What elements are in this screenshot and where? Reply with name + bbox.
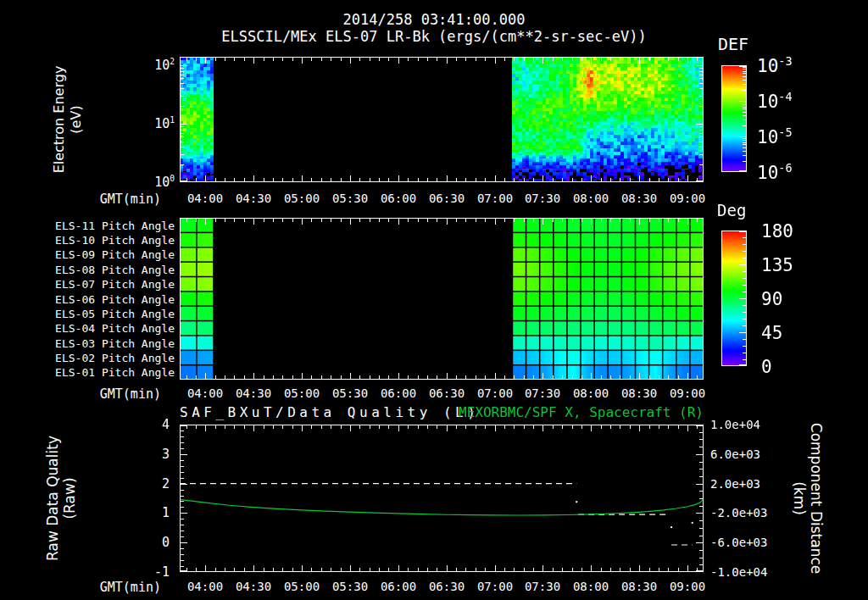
component-distance-tick-label: -2.0e+03 bbox=[710, 506, 770, 519]
deg-colorbar-tick-label: 180 bbox=[761, 221, 793, 242]
time-tick-label: 04:30 bbox=[226, 580, 281, 593]
sscweb-plot-page: 2014/258 03:41:00.000 ELSSCIL/MEx ELS-07… bbox=[0, 0, 868, 600]
def-colorbar-tick-label: 10-4 bbox=[757, 91, 792, 112]
component-distance-tick-label: -6.0e+03 bbox=[710, 536, 770, 549]
energy-axis-label-line2: (eV) bbox=[68, 105, 85, 133]
time-tick-label: 06:30 bbox=[420, 192, 474, 205]
energy-axis-label: Electron Energy (eV) bbox=[51, 66, 85, 174]
time-tick-label: 06:00 bbox=[371, 192, 426, 205]
deg-colorbar bbox=[721, 231, 747, 366]
deg-colorbar-tick-label: 135 bbox=[761, 255, 793, 275]
deg-colorbar-tick-label: 0 bbox=[761, 357, 772, 377]
time-tick-label: 09:00 bbox=[660, 386, 715, 400]
energy-tick-label: 101 bbox=[136, 115, 175, 131]
pitch-row-label: ELS-03 Pitch Angle bbox=[39, 337, 175, 350]
time-tick-label: 08:30 bbox=[612, 192, 666, 205]
time-tick-label: 05:30 bbox=[323, 386, 377, 400]
deg-colorbar-title: Deg bbox=[717, 201, 746, 219]
component-distance-axis-label-line1: Component Distance bbox=[808, 423, 825, 574]
component-distance-tick-label: 6.0e+03 bbox=[710, 447, 770, 461]
raw-quality-tick-label: 1 bbox=[132, 505, 170, 520]
time-tick-label: 04:00 bbox=[178, 192, 232, 205]
time-tick-label: 07:30 bbox=[515, 580, 570, 593]
pitch-row-label: ELS-09 Pitch Angle bbox=[39, 248, 175, 261]
time-tick-label: 05:00 bbox=[275, 192, 329, 205]
def-colorbar-title: DEF bbox=[718, 34, 748, 54]
time-tick-label: 07:00 bbox=[468, 192, 522, 205]
component-distance-tick-label: 2.0e+03 bbox=[710, 477, 770, 491]
time-tick-label: 04:30 bbox=[226, 192, 281, 205]
pitch-row-label: ELS-01 Pitch Angle bbox=[39, 366, 175, 379]
time-tick-label: 04:00 bbox=[178, 386, 232, 400]
gmt-axis-label-2: GMT(min) bbox=[83, 386, 161, 402]
energy-tick-label: 102 bbox=[136, 57, 175, 73]
time-tick-label: 08:00 bbox=[564, 192, 618, 205]
time-tick-label: 05:30 bbox=[323, 580, 377, 593]
energy-tick-label: 100 bbox=[136, 174, 175, 190]
time-tick-label: 06:00 bbox=[371, 580, 426, 593]
time-tick-label: 07:30 bbox=[515, 386, 570, 400]
raw-quality-tick-label: 0 bbox=[132, 535, 170, 550]
time-tick-label: 05:00 bbox=[275, 386, 329, 400]
def-colorbar-tick-label: 10-6 bbox=[757, 162, 792, 183]
pitch-row-label: ELS-02 Pitch Angle bbox=[39, 352, 175, 364]
time-tick-label: 08:30 bbox=[612, 386, 666, 400]
pitch-row-label: ELS-05 Pitch Angle bbox=[39, 308, 175, 320]
raw-quality-tick-label: 3 bbox=[132, 447, 170, 462]
lineplot-title-right: MEXORBMC/SPF X, Spacecraft (R) bbox=[180, 404, 704, 420]
def-colorbar-tick-label: 10-3 bbox=[757, 55, 792, 76]
pitch-row-label: ELS-07 Pitch Angle bbox=[39, 278, 175, 291]
time-tick-label: 07:30 bbox=[515, 192, 570, 205]
time-tick-label: 08:30 bbox=[612, 580, 666, 593]
raw-quality-axis-label-line2: (Raw) bbox=[61, 477, 78, 519]
gmt-axis-label-1: GMT(min) bbox=[83, 192, 161, 207]
pitch-row-label: ELS-11 Pitch Angle bbox=[39, 219, 175, 232]
time-tick-label: 07:00 bbox=[468, 386, 522, 400]
pitch-row-label: ELS-08 Pitch Angle bbox=[39, 264, 175, 276]
quality-distance-lineplot-canvas bbox=[180, 425, 704, 572]
pitch-angle-heatmap-canvas bbox=[180, 218, 704, 380]
def-colorbar-tick-label: 10-5 bbox=[757, 126, 792, 147]
deg-colorbar-tick-label: 45 bbox=[761, 323, 782, 343]
gmt-axis-label-3: GMT(min) bbox=[83, 580, 161, 595]
pitch-row-label: ELS-04 Pitch Angle bbox=[39, 322, 175, 335]
raw-quality-tick-label: 2 bbox=[132, 476, 170, 492]
def-colorbar bbox=[721, 65, 747, 172]
time-tick-label: 06:00 bbox=[371, 386, 426, 400]
raw-quality-tick-label: 4 bbox=[132, 417, 170, 432]
component-distance-tick-label: -1.0e+04 bbox=[710, 565, 770, 579]
pitch-row-label: ELS-06 Pitch Angle bbox=[39, 293, 175, 306]
time-tick-label: 07:00 bbox=[468, 580, 522, 593]
raw-quality-axis-label: Raw Data Quality (Raw) bbox=[44, 436, 78, 561]
time-tick-label: 09:00 bbox=[660, 192, 715, 205]
energy-axis-label-line1: Electron Energy bbox=[51, 66, 68, 174]
time-tick-label: 04:30 bbox=[226, 386, 281, 400]
time-tick-label: 08:00 bbox=[564, 580, 618, 593]
electron-energy-spectrogram-canvas bbox=[180, 57, 704, 182]
time-tick-label: 05:30 bbox=[323, 192, 377, 205]
deg-colorbar-tick-label: 90 bbox=[761, 289, 782, 309]
time-tick-label: 05:00 bbox=[275, 580, 329, 593]
time-tick-label: 04:00 bbox=[178, 580, 232, 593]
component-distance-tick-label: 1.0e+04 bbox=[710, 418, 770, 431]
time-tick-label: 06:30 bbox=[420, 580, 474, 593]
plot-title-datetime: 2014/258 03:41:00.000 bbox=[0, 11, 868, 28]
component-distance-axis-label: Component Distance (km) bbox=[791, 423, 825, 574]
time-tick-label: 09:00 bbox=[660, 580, 715, 593]
component-distance-axis-label-line2: (km) bbox=[791, 481, 808, 515]
raw-quality-axis-label-line1: Raw Data Quality bbox=[44, 436, 61, 561]
time-tick-label: 06:30 bbox=[420, 386, 474, 400]
time-tick-label: 08:00 bbox=[564, 386, 618, 400]
pitch-row-label: ELS-10 Pitch Angle bbox=[39, 234, 175, 247]
raw-quality-tick-label: -1 bbox=[132, 564, 170, 580]
